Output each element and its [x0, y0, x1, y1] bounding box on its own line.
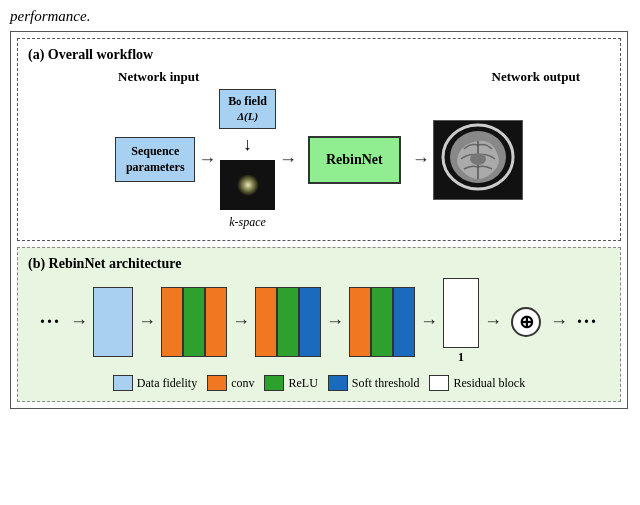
triple-block-3 — [349, 287, 415, 357]
arch-arrow4: → — [326, 311, 344, 332]
arch-row: ··· → → → — [28, 278, 610, 365]
legend-relu-label: ReLU — [288, 376, 317, 391]
panel-a-label: (a) Overall workflow — [28, 47, 610, 63]
arrow3: → — [412, 149, 430, 170]
arch-arrow3: → — [232, 311, 250, 332]
plus-circle: ⊕ — [511, 307, 541, 337]
network-labels: Network input Network output — [28, 69, 610, 85]
legend-data-fidelity-label: Data fidelity — [137, 376, 197, 391]
seq-params-label: Sequenceparameters — [126, 144, 185, 174]
kspace-image — [220, 160, 275, 210]
dots-right: ··· — [577, 310, 598, 333]
workflow-row: Sequenceparameters → B₀ field Δ(L) ↓ — [28, 89, 610, 230]
rebinnet-box: RebinNet — [308, 136, 401, 184]
panel-b: (b) RebinNet architecture ··· → → — [17, 247, 621, 402]
legend-relu: ReLU — [264, 375, 317, 391]
mri-output — [433, 120, 523, 200]
network-input-label: Network input — [118, 69, 199, 85]
workflow-area: Network input Network output Sequencepar… — [28, 69, 610, 230]
performance-text: performance. — [10, 8, 630, 25]
data-fidelity-block — [93, 287, 133, 357]
residual-block — [443, 278, 479, 348]
svg-point-4 — [470, 153, 486, 165]
legend-soft-threshold: Soft threshold — [328, 375, 420, 391]
legend-residual-block-label: Residual block — [453, 376, 525, 391]
b0-kspace-stack: B₀ field Δ(L) ↓ k-space — [219, 89, 276, 230]
arrow1: → — [198, 149, 216, 170]
arch-arrow5: → — [420, 311, 438, 332]
panel-b-label: (b) RebinNet architecture — [28, 256, 610, 272]
legend-row: Data fidelity conv ReLU Soft threshold R… — [28, 375, 610, 391]
page-container: performance. (a) Overall workflow Networ… — [10, 8, 630, 409]
down-arrow: ↓ — [243, 134, 252, 155]
arch-arrow2: → — [138, 311, 156, 332]
kspace-label: k-space — [229, 215, 266, 230]
legend-residual-block: Residual block — [429, 375, 525, 391]
legend-conv-label: conv — [231, 376, 254, 391]
arch-arrow6: → — [484, 311, 502, 332]
main-figure: (a) Overall workflow Network input Netwo… — [10, 31, 628, 409]
network-output-label: Network output — [492, 69, 580, 85]
legend-data-fidelity: Data fidelity — [113, 375, 197, 391]
dots-left: ··· — [40, 310, 61, 333]
one-label: 1 — [458, 350, 464, 365]
triple-block-2 — [255, 287, 321, 357]
b0-field-box: B₀ field Δ(L) — [219, 89, 276, 129]
triple-block-1 — [161, 287, 227, 357]
arch-arrow7: → — [550, 311, 568, 332]
panel-a: (a) Overall workflow Network input Netwo… — [17, 38, 621, 241]
b0-label: B₀ field — [228, 94, 267, 108]
legend-soft-threshold-label: Soft threshold — [352, 376, 420, 391]
b0-sub: Δ(L) — [237, 110, 258, 122]
arrow2: → — [279, 149, 297, 170]
kspace-glow — [237, 174, 259, 196]
sequence-params-box: Sequenceparameters — [115, 137, 195, 182]
legend-conv: conv — [207, 375, 254, 391]
residual-section: 1 — [443, 278, 479, 365]
brain-mri-svg — [434, 121, 522, 199]
arch-arrow1: → — [70, 311, 88, 332]
